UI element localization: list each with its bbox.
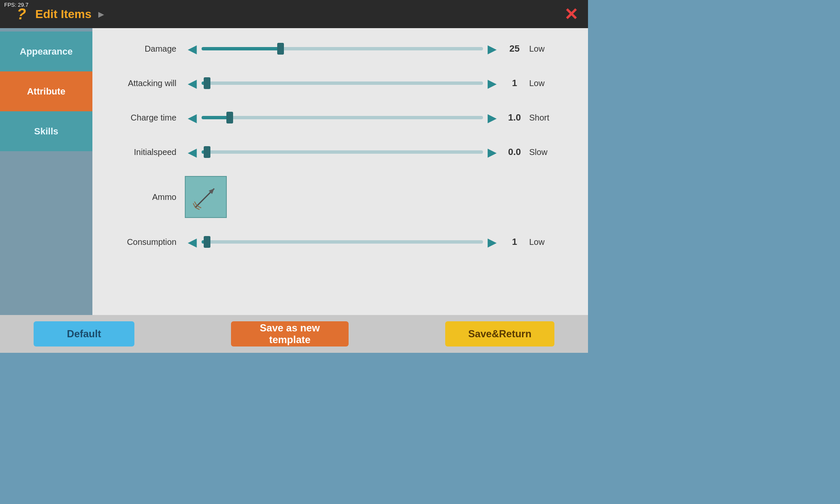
consumption-decrease-button[interactable]: ◀ xyxy=(185,234,200,249)
sidebar-label-attribute: Attribute xyxy=(27,86,66,97)
sidebar-label-skills: Skills xyxy=(34,126,58,137)
left-arrow-icon: ◀ xyxy=(188,235,197,249)
consumption-rating: Low xyxy=(529,237,563,247)
arrow-ammo-icon xyxy=(191,182,220,212)
charge-time-row: Charge time ◀ ▶ 1.0 Short xyxy=(118,107,563,128)
left-arrow-icon: ◀ xyxy=(188,145,197,159)
initialspeed-rating: Slow xyxy=(529,147,563,157)
initialspeed-increase-button[interactable]: ▶ xyxy=(485,144,500,160)
title-area: Edit Items ▶ xyxy=(35,8,104,21)
consumption-slider-track[interactable] xyxy=(202,240,483,244)
damage-slider-track[interactable] xyxy=(202,47,483,50)
damage-label: Damage xyxy=(118,44,185,54)
right-arrow-icon: ▶ xyxy=(488,235,497,249)
sidebar-item-skills[interactable]: Skills xyxy=(0,111,92,151)
charge-time-label: Charge time xyxy=(118,113,185,123)
damage-rating: Low xyxy=(529,44,563,54)
right-arrow-icon: ▶ xyxy=(488,111,497,125)
charge-time-slider-thumb[interactable] xyxy=(226,112,233,123)
sidebar: Appearance Attribute Skills xyxy=(0,28,92,315)
charge-time-slider-container: ◀ ▶ xyxy=(185,110,500,125)
consumption-slider-thumb[interactable] xyxy=(204,236,210,248)
bottom-bar: Default Save as new template Save&Return xyxy=(0,315,588,353)
charge-time-rating: Short xyxy=(529,113,563,123)
damage-row: Damage ◀ ▶ 25 Low xyxy=(118,38,563,59)
fps-counter: FPS: 29.7 xyxy=(4,2,29,8)
svg-line-2 xyxy=(193,203,195,207)
consumption-label: Consumption xyxy=(118,237,185,247)
attacking-will-label: Attacking will xyxy=(118,79,185,88)
damage-slider-fill xyxy=(202,47,281,50)
sidebar-label-appearance: Appearance xyxy=(20,46,73,57)
attacking-will-slider-track[interactable] xyxy=(202,81,483,85)
consumption-increase-button[interactable]: ▶ xyxy=(485,234,500,249)
left-arrow-icon: ◀ xyxy=(188,111,197,125)
main-layout: Appearance Attribute Skills Damage ◀ ▶ xyxy=(0,28,588,315)
damage-slider-thumb[interactable] xyxy=(277,43,284,55)
left-arrow-icon: ◀ xyxy=(188,76,197,90)
sidebar-item-attribute[interactable]: Attribute xyxy=(0,71,92,111)
charge-time-slider-fill xyxy=(202,116,230,119)
charge-time-value: 1.0 xyxy=(500,112,529,123)
consumption-value: 1 xyxy=(500,236,529,247)
ammo-label: Ammo xyxy=(118,192,185,202)
initialspeed-slider-track[interactable] xyxy=(202,150,483,154)
attacking-will-increase-button[interactable]: ▶ xyxy=(485,76,500,91)
close-button[interactable]: ✕ xyxy=(561,4,581,24)
damage-increase-button[interactable]: ▶ xyxy=(485,41,500,56)
svg-line-5 xyxy=(197,206,201,208)
save-template-button[interactable]: Save as new template xyxy=(231,321,349,346)
attacking-will-value: 1 xyxy=(500,78,529,89)
attacking-will-rating: Low xyxy=(529,79,563,88)
charge-time-increase-button[interactable]: ▶ xyxy=(485,110,500,125)
right-arrow-icon: ▶ xyxy=(488,42,497,56)
content-area: Damage ◀ ▶ 25 Low Attacking will xyxy=(92,28,588,315)
svg-line-3 xyxy=(195,207,200,210)
svg-line-4 xyxy=(194,202,197,206)
attacking-will-slider-container: ◀ ▶ xyxy=(185,76,500,91)
initialspeed-slider-thumb[interactable] xyxy=(204,146,210,158)
initialspeed-decrease-button[interactable]: ◀ xyxy=(185,144,200,160)
left-arrow-icon: ◀ xyxy=(188,42,197,56)
right-arrow-icon: ▶ xyxy=(488,76,497,90)
right-arrow-icon: ▶ xyxy=(488,145,497,159)
initialspeed-slider-container: ◀ ▶ xyxy=(185,144,500,160)
default-button[interactable]: Default xyxy=(34,321,134,346)
save-return-button[interactable]: Save&Return xyxy=(445,321,554,346)
damage-slider-container: ◀ ▶ xyxy=(185,41,500,56)
sidebar-item-appearance[interactable]: Appearance xyxy=(0,32,92,71)
damage-value: 25 xyxy=(500,43,529,54)
ammo-slot[interactable] xyxy=(185,176,227,218)
attacking-will-slider-thumb[interactable] xyxy=(204,77,210,89)
damage-decrease-button[interactable]: ◀ xyxy=(185,41,200,56)
header: FPS: 29.7 ? Edit Items ▶ ✕ xyxy=(0,0,588,28)
close-icon: ✕ xyxy=(564,6,578,23)
initialspeed-value: 0.0 xyxy=(500,147,529,158)
ammo-row: Ammo xyxy=(118,176,563,218)
page-title: Edit Items xyxy=(35,8,92,21)
initialspeed-label: Initialspeed xyxy=(118,147,185,157)
charge-time-decrease-button[interactable]: ◀ xyxy=(185,110,200,125)
attacking-will-row: Attacking will ◀ ▶ 1 Low xyxy=(118,73,563,94)
attacking-will-decrease-button[interactable]: ◀ xyxy=(185,76,200,91)
initialspeed-row: Initialspeed ◀ ▶ 0.0 Slow xyxy=(118,142,563,163)
consumption-slider-container: ◀ ▶ xyxy=(185,234,500,249)
consumption-row: Consumption ◀ ▶ 1 Low xyxy=(118,231,563,252)
breadcrumb-arrow: ▶ xyxy=(98,10,104,19)
charge-time-slider-track[interactable] xyxy=(202,116,483,119)
